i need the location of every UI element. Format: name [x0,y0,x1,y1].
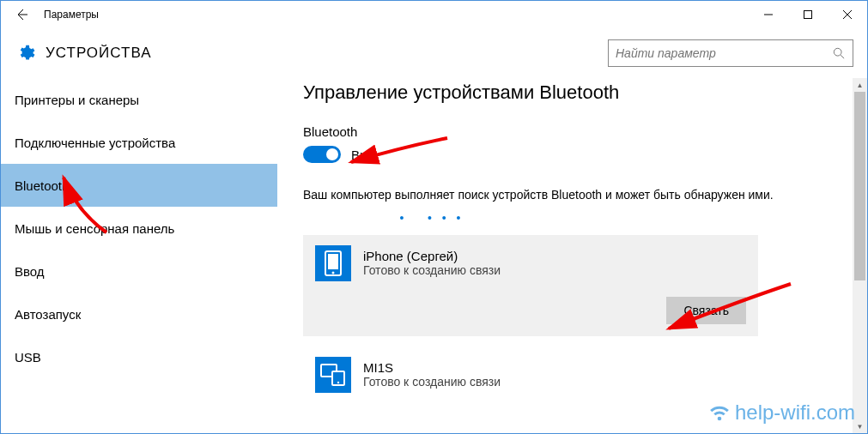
pair-button[interactable]: Связать [666,297,746,324]
close-button[interactable] [828,1,867,28]
section-label: Bluetooth [303,124,841,139]
sidebar-item-label: Мышь и сенсорная панель [15,221,174,236]
svg-point-7 [337,381,339,383]
sidebar-item-label: Ввод [15,264,45,279]
info-text: Ваш компьютер выполняет поиск устройств … [303,187,841,204]
sidebar-item-label: Принтеры и сканеры [15,93,139,107]
sidebar-item-input[interactable]: Ввод [1,250,277,292]
scrollbar[interactable]: ▲ ▼ [853,78,867,433]
page-title: Управление устройствами Bluetooth [303,81,841,104]
header: УСТРОЙСТВА [1,28,867,78]
svg-rect-3 [328,254,338,269]
search-box[interactable] [608,39,853,67]
gear-icon [16,44,35,63]
sidebar-item-autostart[interactable]: Автозапуск [1,292,277,335]
toggle-state: Вкл. [351,148,377,162]
back-button[interactable] [8,1,35,28]
window-title: Параметры [44,9,99,21]
device-generic-icon [315,357,351,393]
scroll-up-icon[interactable]: ▲ [853,78,867,92]
window-controls [749,1,867,28]
header-title: УСТРОЙСТВА [46,45,152,62]
search-input[interactable] [616,46,832,60]
sidebar-item-mouse[interactable]: Мышь и сенсорная панель [1,207,277,250]
minimize-button[interactable] [749,1,788,28]
sidebar-item-label: Автозапуск [15,307,81,322]
sidebar-item-label: USB [15,350,41,365]
device-card[interactable]: MI1S Готово к созданию связи [303,347,758,393]
sidebar: Принтеры и сканеры Подключенные устройст… [1,78,277,433]
sidebar-item-connected[interactable]: Подключенные устройства [1,121,277,164]
bluetooth-toggle[interactable] [303,146,341,163]
loading-dots: • • • • [303,211,561,225]
sidebar-item-printers[interactable]: Принтеры и сканеры [1,78,277,121]
titlebar: Параметры [1,1,867,28]
watermark-text: help-wifi.com [735,401,855,425]
device-name: MI1S [363,360,501,375]
phone-icon [315,245,351,281]
sidebar-item-usb[interactable]: USB [1,335,277,378]
maximize-button[interactable] [788,1,828,28]
device-status: Готово к созданию связи [363,375,501,389]
toggle-row: Вкл. [303,146,841,163]
wifi-icon [707,401,731,425]
svg-rect-0 [804,11,812,19]
device-status: Готово к созданию связи [363,263,501,277]
sidebar-item-bluetooth[interactable]: Bluetooth [1,164,277,207]
device-card-selected[interactable]: iPhone (Сергей) Готово к созданию связи … [303,235,758,336]
scroll-thumb[interactable] [854,92,865,280]
watermark: help-wifi.com [707,401,855,425]
sidebar-item-label: Bluetooth [15,178,69,193]
device-name: iPhone (Сергей) [363,249,501,263]
svg-point-4 [332,271,335,274]
content: Управление устройствами Bluetooth Blueto… [277,78,867,433]
search-icon [832,46,846,60]
svg-point-1 [834,48,841,56]
sidebar-item-label: Подключенные устройства [15,136,175,150]
